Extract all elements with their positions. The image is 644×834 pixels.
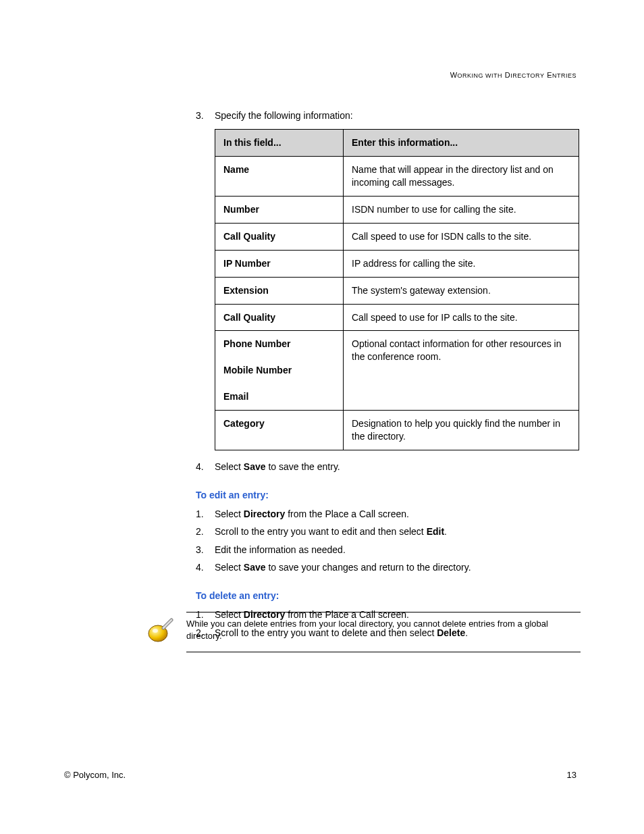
field-desc: ISDN number to use for calling the site. xyxy=(344,196,579,223)
step-text: Select Save to save the entry. xyxy=(215,460,581,473)
table-row: Extension The system's gateway extension… xyxy=(215,277,579,304)
footer-copyright: © Polycom, Inc. xyxy=(64,770,126,780)
field-name: Call Quality xyxy=(215,304,344,331)
fields-table: In this field... Enter this information.… xyxy=(215,129,579,450)
step-num: 2. xyxy=(196,525,215,538)
step-num: 1. xyxy=(196,507,215,521)
field-desc: Call speed to use for ISDN calls to the … xyxy=(344,223,579,250)
field-name: Name xyxy=(215,157,344,197)
note-text: While you can delete entries from your l… xyxy=(186,612,581,652)
heading-edit-entry: To edit an entry: xyxy=(196,490,581,500)
field-name: Number xyxy=(215,196,344,223)
field-name: Call Quality xyxy=(215,223,344,250)
table-row: Phone Number Optional contact informatio… xyxy=(215,331,579,357)
heading-delete-entry: To delete an entry: xyxy=(196,590,581,601)
note-block: While you can delete entries from your l… xyxy=(146,612,581,652)
edit-step: 2. Scroll to the entry you want to edit … xyxy=(196,525,581,538)
edit-step: 3. Edit the information as needed. xyxy=(196,543,581,556)
step-text: Scroll to the entry you want to edit and… xyxy=(215,525,581,538)
step-num: 4. xyxy=(196,460,215,473)
table-row: Call Quality Call speed to use for ISDN … xyxy=(215,223,579,250)
field-name: IP Number xyxy=(215,250,344,277)
step-num: 3. xyxy=(196,543,215,556)
step-text: Select Directory from the Place a Call s… xyxy=(215,507,581,521)
step-num: 4. xyxy=(196,561,215,574)
table-row: Call Quality Call speed to use for IP ca… xyxy=(215,304,579,331)
footer-page-number: 13 xyxy=(567,770,576,780)
field-desc: The system's gateway extension. xyxy=(344,277,579,304)
table-row: Number ISDN number to use for calling th… xyxy=(215,196,579,223)
field-name: Mobile Number xyxy=(215,357,344,384)
field-desc: Optional contact information for other r… xyxy=(344,331,579,411)
field-name: Phone Number xyxy=(215,331,344,357)
field-name: Category xyxy=(215,411,344,450)
field-desc: Name that will appear in the directory l… xyxy=(344,157,579,197)
step-num: 3. xyxy=(196,109,215,122)
section-header: WORKING WITH DIRECTORY ENTRIES xyxy=(450,71,576,79)
table-row: Category Designation to help you quickly… xyxy=(215,411,579,450)
step-text: Select Save to save your changes and ret… xyxy=(215,561,581,574)
pushpin-icon xyxy=(146,612,186,648)
col-header-field: In this field... xyxy=(215,130,344,157)
step-text: Edit the information as needed. xyxy=(215,543,581,556)
svg-point-1 xyxy=(153,629,158,633)
table-row: IP Number IP address for calling the sit… xyxy=(215,250,579,277)
edit-step: 4. Select Save to save your changes and … xyxy=(196,561,581,574)
col-header-desc: Enter this information... xyxy=(344,130,579,157)
table-row: Name Name that will appear in the direct… xyxy=(215,157,579,197)
step-3: 3. Specify the following information: xyxy=(196,109,581,122)
field-name: Extension xyxy=(215,277,344,304)
field-name: Email xyxy=(215,384,344,410)
field-desc: IP address for calling the site. xyxy=(344,250,579,277)
step-text: Specify the following information: xyxy=(215,109,581,122)
field-desc: Designation to help you quickly find the… xyxy=(344,411,579,450)
step-4: 4. Select Save to save the entry. xyxy=(196,460,581,473)
edit-step: 1. Select Directory from the Place a Cal… xyxy=(196,507,581,521)
field-desc: Call speed to use for IP calls to the si… xyxy=(344,304,579,331)
